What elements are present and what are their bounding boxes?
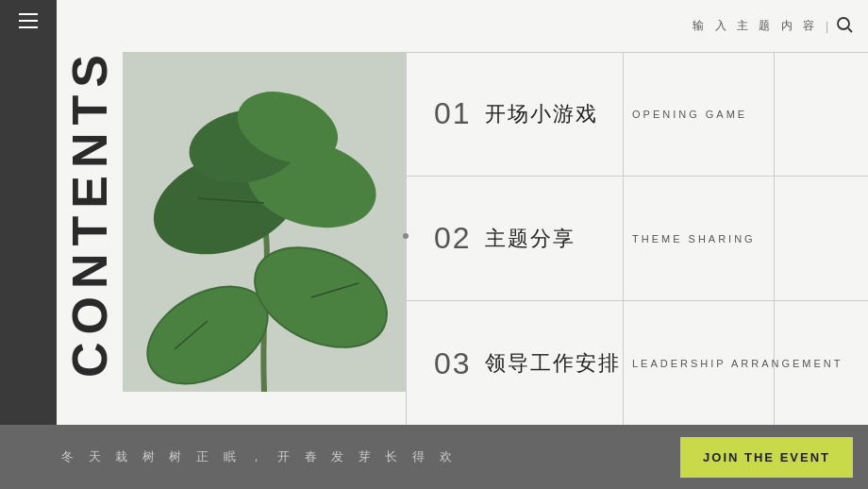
search-icon[interactable]: [836, 16, 853, 37]
svg-rect-0: [19, 13, 38, 15]
content-row-3: 03 领导工作安排 LEADERSHIP ARRANGEMENT: [406, 301, 868, 426]
svg-line-16: [848, 28, 852, 32]
join-event-word: EVENT: [780, 450, 830, 464]
contents-area: CONTENTS: [57, 0, 123, 425]
header-search-label: 输 入 主 题 内 容: [693, 18, 818, 34]
item-2-chinese: 主题分享: [485, 225, 576, 253]
svg-point-15: [838, 18, 849, 29]
item-2-english: THEME SHARING: [623, 233, 868, 244]
item-3-chinese: 领导工作安排: [485, 349, 621, 378]
bottom-text: 冬 天 栽 树 树 正 眠 ， 开 春 发 芽 长 得 欢: [0, 448, 458, 465]
item-1-english: OPENING GAME: [623, 109, 868, 120]
item-2-number: 02: [434, 221, 472, 256]
plant-image: [123, 52, 406, 392]
item-3-number: 03: [434, 346, 472, 381]
contents-label: CONTENTS: [65, 47, 114, 378]
join-event-button[interactable]: JOIN THE EVENT: [680, 437, 853, 478]
item-3-block: 03 领导工作安排: [406, 346, 623, 381]
left-sidebar: [0, 0, 57, 489]
item-1-number: 01: [434, 96, 472, 131]
item-2-block: 02 主题分享: [406, 221, 623, 256]
join-pre: JOIN THE: [703, 450, 780, 464]
header-divider: |: [826, 20, 828, 33]
menu-icon[interactable]: [19, 13, 38, 33]
svg-rect-2: [19, 26, 38, 28]
header-search-area: 输 入 主 题 内 容 |: [693, 16, 853, 37]
small-dot: [403, 233, 409, 239]
content-row-2: 02 主题分享 THEME SHARING: [406, 177, 868, 301]
item-1-block: 01 开场小游戏: [406, 96, 623, 131]
header: 输 入 主 题 内 容 |: [57, 0, 868, 52]
svg-rect-1: [19, 20, 38, 22]
join-button-label: JOIN THE EVENT: [703, 450, 830, 464]
content-row-1: 01 开场小游戏 OPENING GAME: [406, 52, 868, 177]
content-items: 01 开场小游戏 OPENING GAME 02 主题分享 THEME SHAR…: [406, 52, 868, 425]
item-1-chinese: 开场小游戏: [485, 100, 598, 128]
item-3-english: LEADERSHIP ARRANGEMENT: [623, 358, 868, 369]
